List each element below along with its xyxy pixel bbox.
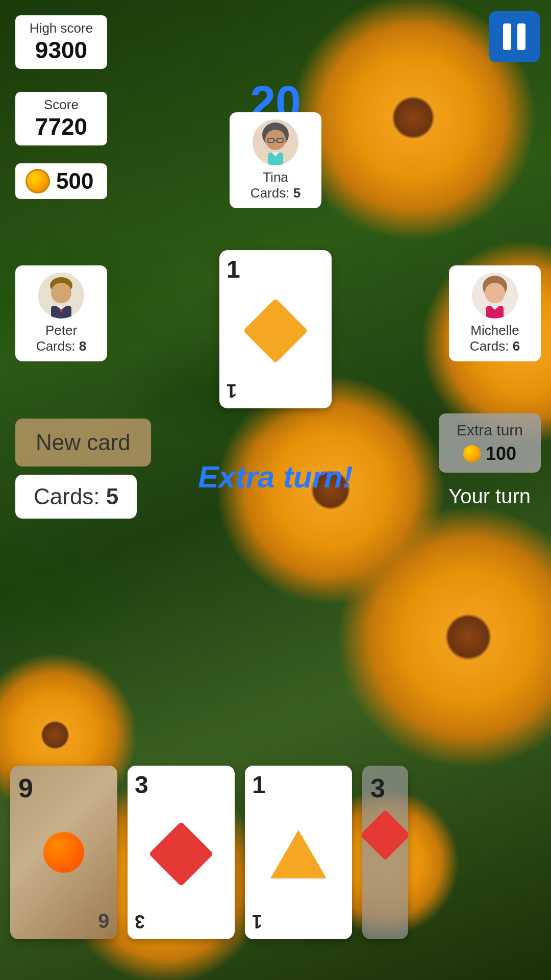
hand-card-3[interactable]: 1 1 (245, 766, 352, 939)
coin-small-icon (463, 445, 481, 462)
pause-button[interactable] (489, 11, 540, 62)
circle-icon (43, 832, 84, 873)
score-box: Score 7720 (15, 92, 107, 145)
hand-card-2-top: 3 (135, 773, 228, 797)
your-turn-message: Your turn (448, 485, 531, 508)
player-card-tina: Tina Cards: 5 (230, 112, 321, 208)
center-card-symbol (227, 282, 324, 380)
hand-card-3-symbol (252, 797, 345, 911)
pause-icon (503, 23, 525, 50)
svg-point-16 (485, 283, 505, 303)
triangle-icon (270, 830, 327, 878)
game-container: High score 9300 Score 7720 500 20 (0, 0, 551, 980)
score-label: Score (26, 97, 97, 113)
hand-card-4-num: 3 (370, 773, 385, 803)
coin-icon (26, 169, 50, 193)
extra-turn-button[interactable]: Extra turn 100 (439, 413, 541, 473)
center-card: 1 1 (219, 250, 332, 408)
high-score-label: High score (26, 20, 97, 36)
player-name-michelle: Michelle (456, 323, 534, 338)
player-cards-you-box: Cards: 5 (15, 475, 137, 519)
hand-card-3-top: 1 (252, 773, 345, 797)
player-name-peter: Peter (22, 323, 100, 338)
extra-turn-cost: 100 (451, 443, 529, 464)
svg-point-10 (51, 283, 71, 303)
hand-card-4-partial[interactable]: 3 (362, 766, 408, 939)
diamond-red-icon (148, 821, 213, 886)
player-name-tina: Tina (237, 169, 314, 185)
diamond-icon (243, 298, 308, 363)
player-cards-tina: Cards: 5 (237, 185, 314, 201)
hand-card-1-top-num: 9 (18, 773, 33, 803)
hand-card-2[interactable]: 3 3 (128, 766, 235, 939)
coins-value: 500 (56, 168, 93, 194)
hand-card-3-bottom: 1 (252, 911, 345, 932)
center-card-number-bottom: 1 (227, 380, 324, 401)
center-card-number-top: 1 (227, 257, 324, 282)
score-value: 7720 (26, 113, 97, 140)
player-card-peter: Peter Cards: 8 (15, 265, 107, 361)
new-card-label: New card (36, 430, 131, 455)
player-cards-peter: Cards: 8 (22, 338, 100, 354)
hand-card-2-bottom: 3 (135, 911, 228, 932)
hand-card-2-symbol (135, 797, 228, 911)
diamond-red-partial-icon (362, 810, 408, 861)
extra-turn-message: Extra turn! (198, 459, 353, 495)
coins-box: 500 (15, 163, 107, 199)
avatar-tina (253, 119, 298, 165)
new-card-button[interactable]: New card (15, 419, 151, 467)
avatar-michelle (472, 273, 518, 318)
player-cards-michelle: Cards: 6 (456, 338, 534, 354)
hand-cards-area: 9 6 3 3 1 1 3 (0, 755, 551, 949)
extra-turn-label: Extra turn (451, 422, 529, 439)
hand-card-1-bottom-num: 6 (98, 909, 109, 932)
avatar-peter (38, 273, 84, 318)
hand-card-1[interactable]: 9 6 (10, 766, 117, 939)
high-score-value: 9300 (26, 36, 97, 64)
extra-turn-coins: 100 (486, 443, 516, 464)
player-card-michelle: Michelle Cards: 6 (449, 265, 541, 361)
high-score-box: High score 9300 (15, 15, 107, 69)
